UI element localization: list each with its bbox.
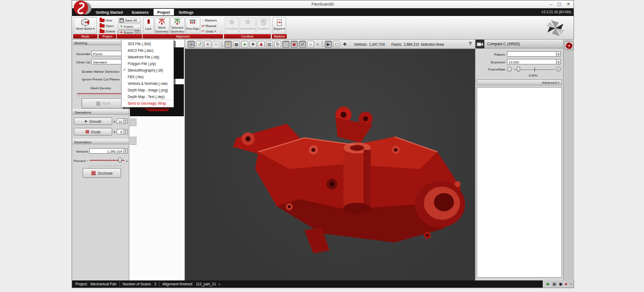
scan-list-item-partial[interactable] [130, 137, 137, 145]
spin-down-icon[interactable]: ▼ [124, 151, 127, 153]
undo-dropdown-arrow[interactable]: ▾ [215, 30, 216, 33]
smooth-count-stepper[interactable]: 10▲▼ [117, 118, 128, 124]
figure-icon[interactable]: ♟ [258, 41, 265, 48]
uncombine-button[interactable]: ⚙ Uncombine [239, 17, 256, 34]
selection-box-icon[interactable]: ▧ [266, 41, 273, 48]
undo-label: Undo [206, 30, 214, 33]
smooth-button[interactable]: ➤Smooth [74, 117, 112, 125]
scanned-model-3d[interactable] [229, 101, 470, 257]
record-alert-icon[interactable]: ● [565, 282, 567, 286]
menu-item-stereolithography[interactable]: ✓Stereolithography (.stl) [122, 67, 173, 73]
percent-slider[interactable] [90, 158, 124, 163]
erode-button[interactable]: ▦Erode [74, 128, 112, 136]
lock-button[interactable]: Lock [143, 17, 154, 34]
percent-plus-label[interactable]: + [125, 159, 128, 163]
menu-item-polygon[interactable]: Polygon File (.ply) [122, 60, 173, 67]
window-title: FlexScan3D [72, 2, 574, 7]
menu-item-ascii[interactable]: ASCII File (.asc) [122, 47, 173, 53]
finalize-button[interactable]: Finalize [256, 17, 270, 34]
mesh-editor-button[interactable]: Mesh Editor ▾ [74, 17, 97, 34]
menu-item-wavefront[interactable]: Wavefront File (.obj) [122, 53, 173, 60]
framerate-slider[interactable] [514, 67, 554, 72]
delete-button[interactable]: Delete [99, 29, 116, 34]
new-button[interactable]: New [99, 18, 116, 23]
grid-icon[interactable]: ▦ [233, 41, 240, 48]
menu-item-depth-map-text[interactable]: Depth Map - Text (.dep) [122, 93, 173, 100]
user-status-icon[interactable]: ☻ [545, 282, 550, 286]
mesh-editor-dropdown-arrow: ▾ [93, 27, 95, 30]
ignore-cut-planes-option[interactable]: Ignore Preset Cut Planes [73, 77, 129, 81]
mesh-geometry-button[interactable]: Mesh Geometry [155, 17, 170, 34]
mesh-density-slider[interactable] [77, 93, 124, 94]
open-button[interactable]: Open [99, 23, 116, 28]
tab-project[interactable]: Project [154, 9, 174, 15]
menu-item-label: Depth Map - Image (.png) [128, 88, 168, 92]
lasso-select-icon[interactable]: σ [299, 41, 306, 48]
advanced-toggle[interactable]: Advanced ▴ [477, 79, 562, 85]
fine-align-button[interactable]: Fine Align [185, 17, 200, 34]
tab-getting-started[interactable]: Getting Started [92, 9, 127, 15]
marker-select-icon[interactable]: ◉ [291, 41, 298, 48]
reset-view-icon[interactable]: ↺ [196, 41, 203, 48]
shading-mode-icon[interactable]: ✳ [204, 41, 211, 48]
pick-arrow-icon[interactable]: ➤ [241, 41, 248, 48]
enable-marker-detection-option[interactable]: Enable Marker Detection [73, 69, 129, 73]
framerate-plus-button[interactable]: + [556, 67, 561, 72]
lightbulb-icon[interactable]: ☀ [225, 41, 232, 48]
help-icon[interactable]: ? [469, 41, 472, 46]
exposure-select[interactable]: 10.000▼ [507, 59, 561, 64]
play-icon[interactable]: ▶ [325, 41, 332, 48]
chevron-down-icon[interactable]: ▼ [556, 60, 560, 64]
rotate-view-icon[interactable]: ↻ [274, 41, 281, 48]
spin-down-icon[interactable]: ▼ [124, 132, 127, 134]
markers-button[interactable]: ∴Markers [201, 18, 223, 23]
framerate-slider-handle[interactable] [517, 67, 520, 72]
display-status-icon[interactable]: ▣ [552, 282, 556, 286]
selected-geometry-button[interactable]: Selected Geometry [170, 17, 185, 34]
select-mode-dropdown-icon[interactable]: ▾ [315, 41, 320, 48]
vertices-stepper[interactable]: 1,280,318▲▼ [89, 148, 128, 154]
pivot-icon[interactable]: ❖ [249, 41, 256, 48]
decimate-button[interactable]: ▦ Decimate [83, 168, 121, 178]
spin-down-icon[interactable]: ▼ [124, 121, 127, 123]
status-project-value: Mechanical Part [90, 282, 116, 286]
percent-slider-handle[interactable] [118, 158, 122, 163]
camera-status-icon[interactable]: ◉ [559, 282, 563, 286]
viewport-3d[interactable]: ◎ ↺ ✳ ● ☀ ▦ ➤ ❖ ♟ ▧ ↻ ∴ ◉ σ ○ ▾ ▶ ▢ ✚ Ve… [185, 40, 475, 280]
camera-detail-list[interactable] [477, 87, 562, 278]
import-button[interactable]: ➜Import [118, 24, 141, 29]
chevron-down-icon[interactable]: ▼ [556, 52, 560, 56]
scan-aperture-button[interactable] [565, 41, 574, 50]
scan-list-item-partial[interactable] [130, 118, 137, 126]
erode-count-stepper[interactable]: 5▲▼ [117, 129, 128, 134]
stop-icon[interactable]: ▢ [333, 41, 340, 48]
menu-item-vertices-normals[interactable]: Vertices & Normals (.raw) [122, 80, 173, 86]
fit-view-icon[interactable]: ◎ [188, 41, 195, 48]
circle-select-icon[interactable]: ○ [307, 41, 314, 48]
status-dropdown-arrow[interactable]: ▾ [219, 283, 220, 286]
sync-status-icon[interactable]: ↻ [570, 282, 573, 286]
pattern-select[interactable]: ▼ [507, 51, 561, 57]
maximize-button[interactable]: ▢ [558, 2, 562, 7]
combine-label: Combine [226, 27, 238, 30]
menu-item-3d3[interactable]: 3D3 File (.3d3) [122, 40, 173, 47]
menu-item-depth-map-image[interactable]: Depth Map - Image (.png) [122, 86, 173, 93]
menu-item-fbx[interactable]: FBX (.fbx) [122, 73, 173, 80]
tab-scanners[interactable]: Scanners [128, 9, 152, 15]
save-all-button[interactable]: Save All [118, 18, 141, 23]
framerate-minus-button[interactable]: − [507, 67, 512, 72]
move-icon[interactable]: ✚ [341, 41, 348, 48]
minimize-button[interactable]: – [550, 2, 552, 7]
build-button[interactable]: ▦ Build [81, 98, 124, 109]
point-display-icon[interactable]: ● [212, 41, 220, 48]
uncombine-icon: ⚙ [245, 18, 250, 26]
tab-settings[interactable]: Settings [175, 9, 198, 15]
percent-minus-label[interactable]: − [86, 159, 89, 163]
menu-item-send-to-geomagic[interactable]: Send to Geomagic Wrap [122, 100, 173, 106]
point-pick-icon[interactable]: ∴ [282, 41, 290, 48]
repeat-button[interactable]: ⇄Repeat [201, 23, 223, 28]
undo-button[interactable]: ↶Undo▾ [201, 29, 223, 34]
close-button[interactable]: ✕ [566, 2, 570, 7]
export-markers-button[interactable]: Export ▾ [272, 17, 286, 34]
combine-button[interactable]: ⚙ Combine [225, 17, 239, 34]
